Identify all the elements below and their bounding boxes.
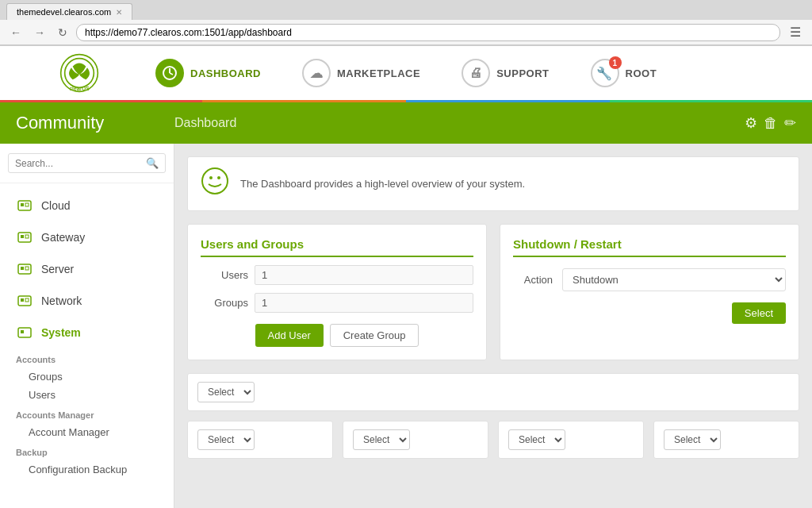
system-icon (16, 324, 33, 341)
svg-rect-9 (25, 235, 29, 238)
dashboard-nav-icon (155, 59, 184, 87)
nav-item-root[interactable]: 🔧 1 ROOT (578, 52, 670, 94)
delete-icon[interactable]: 🗑 (764, 115, 778, 132)
bottom-selects-row: Select Select Select (187, 421, 799, 459)
widget-buttons: Add User Create Group (201, 324, 473, 347)
cloud-icon (16, 197, 33, 214)
sidebar-subitem-groups[interactable]: Groups (16, 368, 174, 386)
breadcrumb: Dashboard (174, 116, 745, 130)
sidebar-section-accounts-manager: Accounts Manager Account Manager (0, 404, 174, 441)
groups-row: Groups (201, 293, 473, 313)
nav-item-marketplace[interactable]: ☁ MARKETPLACE (289, 52, 433, 94)
tab-bar: themedevel.clearos.com ✕ (0, 0, 812, 20)
sidebar-item-network-label: Network (41, 294, 82, 307)
search-input-wrap: 🔍 (8, 153, 166, 173)
shutdown-select-button[interactable]: Select (732, 302, 786, 324)
bottom-row: Select Select Select (187, 373, 799, 459)
bottom-select-2[interactable]: Select (353, 429, 410, 450)
bottom-select-3[interactable]: Select (508, 429, 565, 450)
sidebar-item-gateway[interactable]: Gateway (0, 221, 174, 253)
shutdown-title: Shutdown / Restart (513, 237, 786, 257)
backup-section-label: Backup (16, 441, 174, 460)
search-input[interactable] (15, 158, 143, 169)
nav-item-support[interactable]: 🖨 SUPPORT (449, 52, 561, 94)
sidebar-item-server-label: Server (41, 263, 74, 275)
widgets-row: Users and Groups Users Groups Add User C… (187, 224, 799, 360)
action-label: Action (513, 274, 553, 286)
tab-close-icon[interactable]: ✕ (116, 8, 122, 17)
root-nav-label: ROOT (626, 67, 657, 79)
svg-rect-10 (18, 264, 31, 274)
sidebar-subitem-users[interactable]: Users (16, 386, 174, 404)
edit-icon[interactable]: ✏ (784, 114, 796, 132)
accounts-section-label: Accounts (16, 348, 174, 368)
sidebar-section-accounts: Accounts Groups Users (0, 348, 174, 404)
dashboard-info-icon (201, 167, 229, 201)
forward-button[interactable]: → (30, 25, 49, 40)
action-select[interactable]: Shutdown Restart (562, 268, 786, 291)
main-layout: 🔍 Cloud Gateway (0, 144, 812, 508)
svg-point-19 (209, 176, 213, 179)
sidebar-item-system[interactable]: System (0, 317, 174, 348)
shutdown-row: Action Shutdown Restart (513, 268, 786, 291)
browser-menu-button[interactable]: ☰ (785, 23, 806, 41)
create-group-button[interactable]: Create Group (330, 324, 419, 347)
svg-rect-4 (18, 201, 31, 210)
svg-rect-8 (21, 235, 24, 238)
bottom-select-item-1: Select (187, 421, 333, 459)
sidebar-section-backup: Backup Configuration Backup (0, 441, 174, 479)
shutdown-btn-row: Select (513, 302, 786, 324)
bottom-select-4[interactable]: Select (664, 429, 721, 450)
browser-tab[interactable]: themedevel.clearos.com ✕ (6, 3, 132, 20)
users-label: Users (201, 269, 248, 281)
back-button[interactable]: ← (6, 25, 25, 40)
server-icon (16, 260, 33, 278)
shutdown-widget: Shutdown / Restart Action Shutdown Resta… (500, 224, 799, 360)
app-container: clearOS DASHBOARD ☁ MARKETPLACE 🖨 SUPPOR… (0, 46, 812, 508)
users-groups-widget: Users and Groups Users Groups Add User C… (187, 224, 487, 360)
support-nav-label: SUPPORT (496, 67, 549, 79)
content-area: The Dashboard provides a high-level over… (174, 144, 812, 508)
svg-rect-13 (18, 296, 31, 306)
bottom-select-item-2: Select (343, 421, 488, 459)
root-nav-icon: 🔧 1 (591, 59, 619, 87)
svg-rect-12 (25, 267, 29, 270)
network-icon (16, 292, 33, 310)
nav-item-dashboard[interactable]: DASHBOARD (143, 52, 274, 94)
nav-bar: ← → ↻ ☰ (0, 20, 812, 45)
groups-label: Groups (201, 297, 248, 309)
sidebar-item-network[interactable]: Network (0, 285, 174, 317)
marketplace-nav-icon: ☁ (302, 59, 331, 87)
add-user-button[interactable]: Add User (255, 324, 324, 347)
sidebar-subitem-config-backup[interactable]: Configuration Backup (16, 460, 174, 479)
users-value[interactable] (255, 265, 473, 285)
bottom-select-item-3: Select (498, 421, 644, 459)
bottom-full-select[interactable]: Select (197, 382, 255, 402)
svg-rect-15 (25, 298, 29, 302)
search-icon: 🔍 (146, 157, 159, 169)
address-bar[interactable] (76, 24, 780, 41)
sidebar: 🔍 Cloud Gateway (0, 144, 174, 508)
logo-area: clearOS (16, 53, 143, 93)
svg-rect-16 (18, 328, 31, 337)
reload-button[interactable]: ↻ (54, 25, 71, 40)
sidebar-nav: Cloud Gateway Server (0, 183, 174, 485)
sidebar-item-server[interactable]: Server (0, 253, 174, 285)
bottom-select-1[interactable]: Select (197, 429, 255, 450)
svg-rect-6 (25, 203, 29, 206)
support-nav-icon: 🖨 (462, 59, 490, 87)
top-nav: clearOS DASHBOARD ☁ MARKETPLACE 🖨 SUPPOR… (0, 46, 812, 102)
top-nav-items: DASHBOARD ☁ MARKETPLACE 🖨 SUPPORT 🔧 1 RO… (143, 52, 669, 94)
svg-point-20 (217, 176, 220, 179)
sidebar-subitem-account-manager[interactable]: Account Manager (16, 423, 174, 441)
bottom-select-item-4: Select (653, 421, 799, 459)
users-row: Users (201, 265, 473, 285)
dashboard-info-text: The Dashboard provides a high-level over… (240, 178, 525, 190)
groups-value[interactable] (255, 293, 473, 313)
settings-icon[interactable]: ⚙ (745, 114, 757, 132)
users-groups-title: Users and Groups (201, 237, 473, 257)
svg-rect-11 (21, 267, 24, 270)
sidebar-item-cloud[interactable]: Cloud (0, 190, 174, 221)
page-header: Community Dashboard ⚙ 🗑 ✏ (0, 102, 812, 144)
marketplace-nav-label: MARKETPLACE (337, 67, 420, 79)
